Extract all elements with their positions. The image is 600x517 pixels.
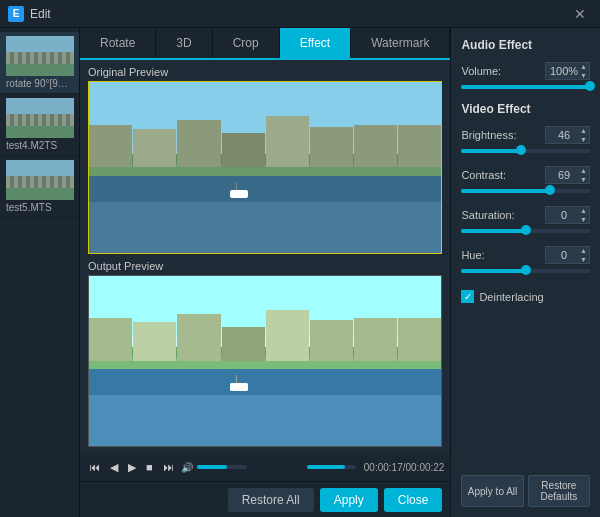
contrast-slider[interactable] — [461, 189, 590, 193]
volume-icon: 🔊 — [181, 462, 193, 473]
out-building-3 — [177, 314, 220, 361]
hue-label-row: Hue: 0 ▲ ▼ — [461, 246, 590, 264]
hue-spin-arrows: ▲ ▼ — [580, 246, 587, 264]
window-close-button[interactable]: ✕ — [568, 4, 592, 24]
main-layout: rotate 90°[9… test4.M2TS test5.MTS Rotat… — [0, 28, 600, 517]
volume-label: Volume: — [461, 65, 501, 77]
preview-container: Original Preview — [80, 60, 450, 453]
out-building-1 — [89, 318, 132, 361]
brightness-slider-fill — [461, 149, 520, 153]
tab-watermark[interactable]: Watermark — [351, 28, 450, 58]
sidebar-item-0[interactable]: rotate 90°[9… — [0, 32, 79, 94]
apply-button[interactable]: Apply — [320, 488, 378, 512]
saturation-up-arrow[interactable]: ▲ — [580, 206, 587, 215]
skip-back-button[interactable]: ⏮ — [86, 459, 103, 475]
tab-rotate[interactable]: Rotate — [80, 28, 156, 58]
original-preview-frame — [88, 81, 442, 254]
output-preview-section: Output Preview — [88, 260, 442, 448]
volume-slider[interactable] — [461, 85, 590, 89]
title-bar: E Edit ✕ — [0, 0, 600, 28]
brightness-row: Brightness: 46 ▲ ▼ — [461, 126, 590, 156]
output-preview-label: Output Preview — [88, 260, 442, 272]
hue-row: Hue: 0 ▲ ▼ — [461, 246, 590, 276]
volume-slider-thumb — [585, 81, 595, 91]
sidebar-thumb-0 — [6, 36, 74, 76]
saturation-slider[interactable] — [461, 229, 590, 233]
apply-buttons-row: Apply to All Restore Defaults — [461, 475, 590, 507]
hue-value: 0 — [548, 249, 580, 261]
brightness-spin-arrows: ▲ ▼ — [580, 126, 587, 144]
hue-up-arrow[interactable]: ▲ — [580, 246, 587, 255]
boat-original — [230, 190, 248, 198]
apply-to-all-button[interactable]: Apply to All — [461, 475, 523, 507]
hue-spinbox[interactable]: 0 ▲ ▼ — [545, 246, 590, 264]
checkbox-check-icon: ✓ — [464, 292, 472, 302]
original-preview-label: Original Preview — [88, 66, 442, 78]
hue-down-arrow[interactable]: ▼ — [580, 255, 587, 264]
sidebar-thumb-2 — [6, 160, 74, 200]
tab-3d[interactable]: 3D — [156, 28, 212, 58]
building-4 — [222, 133, 265, 167]
brightness-label: Brightness: — [461, 129, 516, 141]
building-3 — [177, 120, 220, 167]
hue-slider[interactable] — [461, 269, 590, 273]
contrast-row: Contrast: 69 ▲ ▼ — [461, 166, 590, 196]
volume-down-arrow[interactable]: ▼ — [580, 71, 587, 80]
brightness-spinbox[interactable]: 46 ▲ ▼ — [545, 126, 590, 144]
close-button[interactable]: Close — [384, 488, 443, 512]
deinterlacing-row: ✓ Deinterlacing — [461, 290, 590, 303]
sidebar-label-2: test5.MTS — [6, 202, 73, 213]
hue-slider-thumb — [521, 265, 531, 275]
play-button[interactable]: ▶ — [125, 459, 139, 476]
brightness-slider[interactable] — [461, 149, 590, 153]
volume-spinbox[interactable]: 100% ▲ ▼ — [545, 62, 590, 80]
stop-button[interactable]: ■ — [143, 459, 156, 475]
restore-defaults-button[interactable]: Restore Defaults — [528, 475, 590, 507]
out-building-7 — [354, 318, 397, 361]
saturation-down-arrow[interactable]: ▼ — [580, 215, 587, 224]
original-video-scene — [89, 82, 441, 253]
sidebar-item-2[interactable]: test5.MTS — [0, 156, 79, 218]
hue-label: Hue: — [461, 249, 484, 261]
brightness-down-arrow[interactable]: ▼ — [580, 135, 587, 144]
output-buildings-row — [89, 318, 441, 361]
restore-all-button[interactable]: Restore All — [228, 488, 314, 512]
volume-bar[interactable] — [197, 465, 247, 469]
saturation-spinbox[interactable]: 0 ▲ ▼ — [545, 206, 590, 224]
tab-crop[interactable]: Crop — [213, 28, 280, 58]
deinterlacing-checkbox[interactable]: ✓ — [461, 290, 474, 303]
tab-effect[interactable]: Effect — [280, 28, 351, 58]
building-1 — [89, 125, 132, 168]
skip-forward-button[interactable]: ⏭ — [160, 459, 177, 475]
brightness-slider-thumb — [516, 145, 526, 155]
progress-bar[interactable] — [307, 465, 356, 469]
saturation-slider-thumb — [521, 225, 531, 235]
saturation-value: 0 — [548, 209, 580, 221]
out-building-4 — [222, 327, 265, 361]
brightness-up-arrow[interactable]: ▲ — [580, 126, 587, 135]
output-preview-frame — [88, 275, 442, 448]
contrast-spin-arrows: ▲ ▼ — [580, 166, 587, 184]
sidebar: rotate 90°[9… test4.M2TS test5.MTS — [0, 28, 80, 517]
buildings-row — [89, 125, 441, 168]
tab-bar: Rotate 3D Crop Effect Watermark — [80, 28, 450, 60]
building-5 — [266, 116, 309, 167]
volume-value: 100% — [548, 65, 580, 77]
original-preview-section: Original Preview — [88, 66, 442, 254]
contrast-down-arrow[interactable]: ▼ — [580, 175, 587, 184]
volume-up-arrow[interactable]: ▲ — [580, 62, 587, 71]
step-back-button[interactable]: ◀ — [107, 459, 121, 476]
sidebar-item-1[interactable]: test4.M2TS — [0, 94, 79, 156]
out-building-5 — [266, 310, 309, 361]
boat-output — [230, 383, 248, 391]
bottom-bar: Restore All Apply Close — [80, 481, 450, 517]
audio-section-title: Audio Effect — [461, 38, 590, 52]
time-display: 00:00:17/00:00:22 — [364, 462, 445, 473]
volume-spin-arrows: ▲ ▼ — [580, 62, 587, 80]
sidebar-thumb-1 — [6, 98, 74, 138]
hue-slider-fill — [461, 269, 525, 273]
saturation-label-row: Saturation: 0 ▲ ▼ — [461, 206, 590, 224]
building-8 — [398, 125, 441, 168]
contrast-spinbox[interactable]: 69 ▲ ▼ — [545, 166, 590, 184]
contrast-up-arrow[interactable]: ▲ — [580, 166, 587, 175]
